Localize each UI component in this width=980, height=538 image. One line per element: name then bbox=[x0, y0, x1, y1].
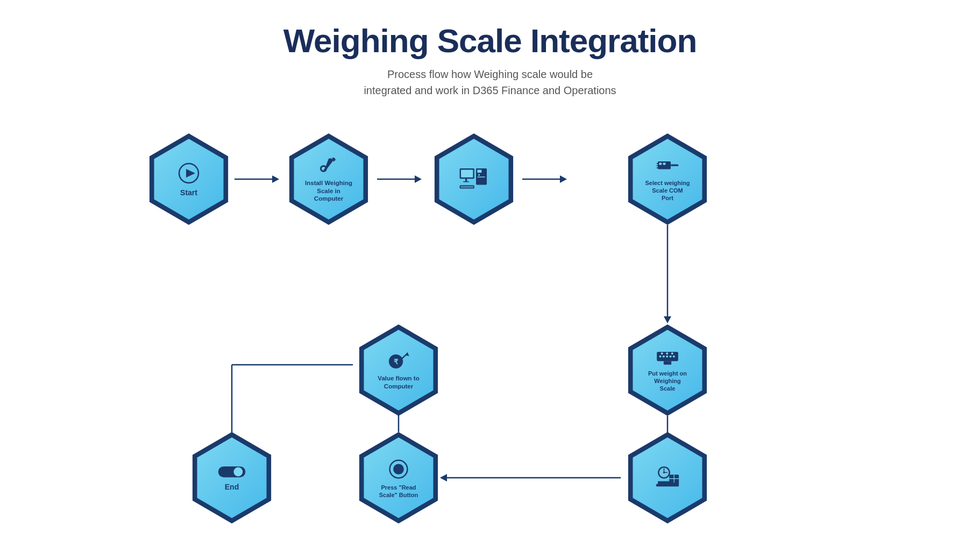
flow-diagram: Start Install WeighingScale inComputer bbox=[140, 131, 840, 497]
svg-point-41 bbox=[666, 355, 668, 357]
svg-rect-36 bbox=[657, 165, 658, 166]
node-com-port: Select weighingScale COMPort bbox=[622, 133, 713, 225]
svg-rect-33 bbox=[663, 162, 666, 165]
svg-rect-34 bbox=[671, 164, 678, 166]
page-subtitle: Process flow how Weighing scale would be… bbox=[364, 66, 616, 98]
node-weigh-item bbox=[622, 432, 713, 523]
svg-rect-24 bbox=[477, 176, 485, 178]
node-start: Start bbox=[143, 133, 235, 225]
svg-rect-32 bbox=[659, 162, 662, 165]
svg-marker-18 bbox=[186, 169, 195, 178]
svg-point-43 bbox=[673, 355, 675, 357]
svg-point-40 bbox=[663, 355, 665, 357]
svg-rect-30 bbox=[460, 186, 473, 188]
svg-rect-35 bbox=[657, 163, 658, 164]
svg-rect-31 bbox=[658, 161, 671, 169]
svg-point-23 bbox=[478, 174, 480, 175]
end-label: End bbox=[225, 483, 239, 491]
svg-rect-28 bbox=[463, 181, 469, 182]
svg-point-46 bbox=[671, 352, 673, 355]
svg-rect-22 bbox=[477, 169, 481, 173]
node-install: Install WeighingScale inComputer bbox=[283, 133, 374, 225]
press-read-label: Press "ReadScale" Button bbox=[379, 484, 418, 499]
page-title: Weighing Scale Integration bbox=[283, 22, 697, 60]
svg-point-39 bbox=[659, 355, 662, 357]
svg-rect-37 bbox=[657, 167, 658, 168]
svg-marker-5 bbox=[560, 175, 567, 183]
svg-marker-7 bbox=[664, 316, 671, 323]
svg-rect-26 bbox=[461, 169, 473, 177]
node-end: End bbox=[186, 432, 278, 523]
svg-text:₹: ₹ bbox=[394, 358, 399, 366]
svg-point-62 bbox=[393, 464, 404, 475]
start-label: Start bbox=[180, 188, 197, 197]
svg-marker-1 bbox=[272, 175, 279, 183]
com-port-label: Select weighingScale COMPort bbox=[645, 179, 690, 202]
svg-point-42 bbox=[670, 355, 672, 357]
node-put-weight: Put weight onWeighingScale bbox=[622, 324, 713, 416]
svg-rect-47 bbox=[664, 361, 671, 364]
svg-point-44 bbox=[661, 352, 663, 355]
svg-point-64 bbox=[233, 468, 243, 477]
svg-rect-27 bbox=[465, 179, 467, 181]
put-weight-label: Put weight onWeighingScale bbox=[648, 370, 687, 393]
install-label: Install WeighingScale inComputer bbox=[305, 179, 352, 203]
svg-point-45 bbox=[666, 352, 668, 355]
node-press-read: Press "ReadScale" Button bbox=[353, 432, 444, 523]
node-value-flown: ₹ Value flown toComputer bbox=[353, 324, 444, 416]
svg-marker-3 bbox=[415, 175, 422, 183]
node-computer bbox=[428, 133, 520, 225]
value-flown-label: Value flown toComputer bbox=[378, 374, 419, 391]
